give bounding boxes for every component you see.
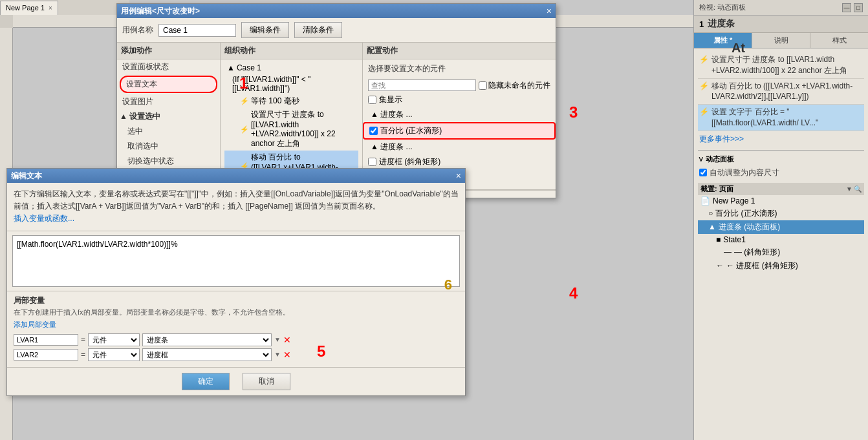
tab-close-button[interactable]: × [49, 5, 52, 12]
edittext-cancel-button[interactable]: 取消 [243, 373, 290, 390]
config-search-row: 隐藏未命名的元件 [363, 78, 556, 92]
action-selected[interactable]: 选中 [117, 124, 220, 139]
tree-item-label-rect1: — (斜角矩形) [734, 247, 780, 258]
action-text-1: 设置尺寸于 进度条 to [[LVAR1.width +LVAR2.width/… [711, 54, 863, 76]
tree-item-label-percent: 百分比 (正水滴形) [715, 208, 777, 219]
config-checkbox-focus[interactable] [368, 96, 376, 104]
hide-unnamed-checkbox[interactable] [479, 81, 487, 90]
tree-item-icon-progress: ▲ [708, 222, 716, 231]
action-toggle-select[interactable]: 切换选中状态 [117, 154, 220, 169]
var-name-lvar2[interactable] [14, 349, 78, 361]
right-panel-title: 检视: 动态面板 [699, 3, 746, 12]
tree-item-icon-page: 📄 [700, 196, 710, 205]
widget-tree-section: 截置: 页面 ▼ 🔍 📄 New Page 1 ○ 百分比 (正水滴形) ▲ 进… [698, 183, 864, 273]
dialog-usecase-titlebar: 用例编辑<尺寸改变时> × [117, 4, 556, 18]
organize-condition: (If "[[LVAR1.width]]" < "[[LVAR1.width]]… [224, 74, 358, 94]
right-section-number: 1 [699, 19, 704, 29]
edittext-insert-link[interactable]: 插入变量或函数... [14, 214, 74, 223]
hide-unnamed-text: 隐藏未命名的元件 [488, 80, 550, 91]
config-group-progress2: ▲ 进度条 ... [363, 140, 556, 154]
tab-label: New Page 1 [6, 4, 45, 12]
tab-description[interactable]: 说明 [752, 33, 810, 48]
action-icon-1: ⚡ [699, 55, 709, 64]
right-action-2: ⚡ 移动 百分比 to ([[LVAR1.x +LVAR1.width-LVAR… [698, 79, 864, 105]
organize-setsize-label: 设置尺寸于 进度条 to [[LVAR1.width +LVAR2.width/… [251, 109, 356, 149]
new-page-1-tab[interactable]: New Page 1 × [0, 1, 58, 15]
organize-wait-icon: ⚡ [240, 97, 249, 105]
tree-item-new-page[interactable]: 📄 New Page 1 [698, 195, 864, 207]
action-set-image[interactable]: 设置图片 [117, 94, 220, 109]
action-icon-3: ⚡ [699, 107, 709, 116]
edittext-input-area[interactable]: [[Math.floor(LVAR1.width/LVAR2.width*100… [12, 235, 460, 287]
var-row-lvar2: = 元件 进度框 ▼ ✕ [14, 348, 459, 361]
var-name-lvar1[interactable] [14, 334, 78, 346]
var-value-lvar2[interactable]: 进度框 [142, 348, 272, 361]
var-delete-lvar2[interactable]: ✕ [283, 350, 291, 360]
config-checkbox-percent[interactable] [369, 127, 378, 135]
edittext-desc-text: 在下方编辑区输入文本，变量名称或表达式要写在"[["]]"中，例如：插入变量[[… [14, 189, 459, 211]
auto-adjust-checkbox[interactable] [699, 169, 707, 176]
right-panel-header: 检视: 动态面板 — □ [694, 0, 868, 16]
divider-1 [698, 150, 864, 151]
tree-item-icon-rect1: — [724, 247, 732, 257]
dialog-edittext: 编辑文本 × 在下方编辑区输入文本，变量名称或表达式要写在"[["]]"中，例如… [6, 168, 466, 396]
tree-item-label-state1: State1 [723, 235, 746, 244]
organize-case1[interactable]: ▲ Case 1 [224, 62, 358, 74]
widget-tree-search-icon[interactable]: 🔍 [854, 185, 862, 193]
action-set-text[interactable]: 设置文本 [120, 76, 217, 93]
tree-item-rect1[interactable]: — — (斜角矩形) [698, 246, 864, 259]
edit-condition-button[interactable]: 编辑条件 [241, 22, 289, 38]
organize-action-wait[interactable]: ⚡ 等待 100 毫秒 [224, 94, 358, 108]
action-text-3: 设置 文字于 百分比 = "[[Math.floor(LVAR1.width/ … [711, 107, 863, 129]
dialog-edittext-close[interactable]: × [456, 171, 461, 181]
annotation-6-label: 6 [444, 277, 452, 293]
case-name-label: 用例名称 [122, 25, 153, 36]
organize-setsize-icon: ⚡ [240, 125, 249, 134]
var-value-lvar1[interactable]: 进度条 [142, 333, 272, 346]
right-section-title: 1 进度条 [694, 16, 868, 33]
organize-action-setsize[interactable]: ⚡ 设置尺寸于 进度条 to [[LVAR1.width +LVAR2.widt… [224, 108, 358, 151]
tab-style[interactable]: 样式 [810, 33, 868, 48]
tree-item-progress-frame[interactable]: ← ← 进度框 (斜角矩形) [698, 259, 864, 273]
var-delete-lvar1[interactable]: ✕ [283, 335, 291, 345]
config-item-percent[interactable]: 百分比 (正水滴形) [363, 122, 556, 140]
config-item-frame1[interactable]: 进度框 (斜角矩形) [363, 154, 556, 169]
var-type-lvar1[interactable]: 元件 [88, 333, 140, 346]
organize-wait-label: 等待 100 毫秒 [251, 96, 299, 107]
config-label-focus: 集显示 [379, 94, 402, 105]
config-checkbox-frame1[interactable] [368, 158, 376, 166]
right-content: ⚡ 设置尺寸于 进度条 to [[LVAR1.width +LVAR2.widt… [694, 48, 868, 277]
variables-list: = 元件 进度条 ▼ ✕ = 元件 进度框 ▼ ✕ [14, 333, 459, 361]
action-set-panel-state[interactable]: 设置面板状态 [117, 59, 220, 74]
config-group-label2: ▲ 进度条 ... [368, 141, 413, 152]
edittext-confirm-button[interactable]: 确定 [182, 373, 230, 390]
hide-unnamed-label: 隐藏未命名的元件 [479, 80, 550, 91]
panel-minimize-button[interactable]: — [842, 3, 851, 12]
organize-case1-label: Case 1 [237, 63, 261, 72]
action-set-selected-group: ▲ 设置选中 [117, 109, 220, 124]
dialog-usecase-title: 用例编辑<尺寸改变时> [121, 6, 200, 17]
config-group-progress: ▲ 进度条 ... [363, 107, 556, 122]
action-text-2: 移动 百分比 to ([[LVAR1.x +LVAR1.width-LVAR2.… [711, 81, 863, 103]
organize-condition-label: (If "[[LVAR1.width]]" < "[[LVAR1.width]]… [232, 75, 356, 93]
edittext-add-var-link[interactable]: 添加局部变量 [14, 320, 56, 328]
action-deselect[interactable]: 取消选中 [117, 139, 220, 154]
panel-maximize-button[interactable]: □ [854, 3, 863, 12]
config-search-input[interactable] [368, 79, 476, 91]
edittext-local-vars-title: 局部变量 [14, 295, 459, 306]
tree-item-progress-bar[interactable]: ▲ 进度条 (动态面板) [698, 220, 864, 234]
dialog-usecase-close[interactable]: × [547, 6, 552, 16]
case-name-input[interactable] [158, 24, 236, 37]
clear-condition-button[interactable]: 清除条件 [294, 22, 342, 38]
edittext-input-container: [[Math.floor(LVAR1.width/LVAR2.width*100… [7, 235, 465, 287]
var-type-lvar2[interactable]: 元件 [88, 348, 140, 361]
config-group-label: ▲ 进度条 ... [368, 109, 413, 120]
tree-item-state1[interactable]: ■ State1 [698, 234, 864, 246]
more-events-link[interactable]: 更多事件>>> [698, 131, 864, 147]
var-eq-1: = [81, 335, 85, 344]
tree-item-label-new-page: New Page 1 [713, 196, 755, 205]
widget-tree-filter-icon[interactable]: ▼ [846, 185, 852, 193]
var-row-lvar1: = 元件 进度条 ▼ ✕ [14, 333, 459, 346]
widget-tree-label: 截置: 页面 [700, 184, 733, 194]
tree-item-percent[interactable]: ○ 百分比 (正水滴形) [698, 207, 864, 220]
